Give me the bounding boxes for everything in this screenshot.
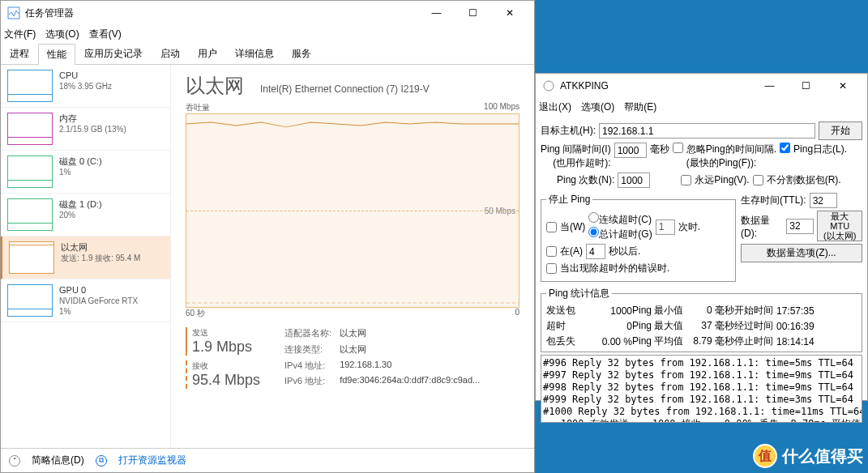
total-timeout-radio[interactable] bbox=[588, 227, 599, 237]
when-checkbox[interactable] bbox=[546, 222, 557, 232]
throughput-chart[interactable]: 50 Mbps bbox=[186, 113, 520, 308]
after-seconds-input[interactable] bbox=[586, 244, 605, 259]
send-label: 发送 bbox=[192, 327, 260, 339]
interval-label: Ping 间隔时间(I) (也用作超时): bbox=[541, 143, 611, 170]
count-label: Ping 次数(N): bbox=[557, 173, 614, 187]
sidebar-item-3[interactable]: 磁盘 1 (D:)20% bbox=[1, 194, 170, 236]
send-value: 1.9 Mbps bbox=[192, 339, 260, 356]
datasize-input[interactable] bbox=[786, 219, 814, 234]
tm-menubar: 文件(F) 选项(O) 查看(V) bbox=[1, 25, 534, 43]
minichart-icon bbox=[7, 156, 53, 188]
total-timeout-input[interactable] bbox=[656, 219, 675, 235]
tab-details[interactable]: 详细信息 bbox=[226, 43, 283, 64]
pw-titlebar[interactable]: ATKKPING — ☐ ✕ bbox=[536, 74, 867, 98]
cont-timeout-radio[interactable] bbox=[588, 212, 599, 223]
task-manager-window: 任务管理器 — ☐ ✕ 文件(F) 选项(O) 查看(V) 进程 性能 应用历史… bbox=[0, 0, 535, 473]
start-button[interactable]: 开始 bbox=[819, 121, 862, 140]
tm-footer: ˅ 简略信息(D) ⧉ 打开资源监视器 bbox=[1, 448, 534, 472]
close-button[interactable]: ✕ bbox=[491, 1, 528, 25]
atkkping-window: ATKKPING — ☐ ✕ 退出(X) 选项(O) 帮助(E) 目标主机(H)… bbox=[535, 73, 868, 401]
ping-log[interactable]: #996 Reply 32 bytes from 192.168.1.1: ti… bbox=[541, 355, 862, 423]
on-error-checkbox[interactable] bbox=[546, 263, 557, 274]
ttl-input[interactable] bbox=[810, 193, 837, 208]
watermark: 值 什么值得买 bbox=[753, 444, 863, 468]
performance-sidebar: CPU18% 3.95 GHz内存2.1/15.9 GB (13%)磁盘 0 (… bbox=[1, 65, 171, 448]
adapter-info: 适配器名称:以太网 连接类型:以太网 IPv4 地址:192.168.1.30 … bbox=[284, 327, 480, 389]
tm-app-icon bbox=[7, 6, 20, 19]
nofrag-checkbox[interactable] bbox=[753, 175, 763, 185]
performance-detail: 以太网 Intel(R) Ethernet Connection (7) I21… bbox=[171, 65, 534, 448]
maximize-button[interactable]: ☐ bbox=[455, 1, 491, 25]
stop-ping-group: 停止 Ping 当(W) 连续超时(C) 总计超时(G) 次时. 在(A) 秒 bbox=[541, 193, 736, 282]
ignore-interval-checkbox[interactable] bbox=[673, 143, 683, 153]
sidebar-item-0[interactable]: CPU18% 3.95 GHz bbox=[1, 65, 170, 108]
pw-maximize-button[interactable]: ☐ bbox=[788, 74, 824, 98]
minichart-icon bbox=[9, 241, 54, 274]
collapse-icon[interactable]: ˅ bbox=[9, 455, 20, 467]
minichart-icon bbox=[7, 113, 53, 145]
datasize-options-button[interactable]: 数据量选项(Z)... bbox=[741, 244, 862, 262]
ping-log-checkbox[interactable] bbox=[780, 143, 790, 153]
tm-titlebar[interactable]: 任务管理器 — ☐ ✕ bbox=[1, 1, 534, 25]
menu-option[interactable]: 选项(O) bbox=[581, 100, 614, 114]
pw-close-button[interactable]: ✕ bbox=[824, 74, 861, 98]
recv-label: 接收 bbox=[192, 360, 260, 372]
tm-tabs: 进程 性能 应用历史记录 启动 用户 详细信息 服务 bbox=[1, 43, 534, 65]
forever-checkbox[interactable] bbox=[681, 175, 691, 185]
menu-exit[interactable]: 退出(X) bbox=[539, 100, 571, 114]
count-input[interactable] bbox=[618, 173, 650, 188]
sidebar-item-2[interactable]: 磁盘 0 (C:)1% bbox=[1, 151, 170, 194]
pw-minimize-button[interactable]: — bbox=[751, 74, 788, 98]
minichart-icon bbox=[7, 198, 53, 231]
chart-throughput-label: 吞吐量 bbox=[186, 102, 210, 113]
open-resmon-link[interactable]: 打开资源监视器 bbox=[118, 454, 186, 467]
tab-performance[interactable]: 性能 bbox=[38, 44, 75, 65]
resmon-icon: ⧉ bbox=[96, 455, 107, 467]
chart-ymax-label: 100 Mbps bbox=[484, 102, 520, 113]
chart-xright-label: 0 bbox=[515, 308, 520, 319]
pw-title: ATKKPING bbox=[560, 80, 609, 92]
pw-app-icon bbox=[542, 79, 555, 92]
minimize-button[interactable]: — bbox=[418, 1, 455, 25]
watermark-badge-icon: 值 bbox=[753, 444, 777, 468]
sidebar-item-5[interactable]: GPU 0NVIDIA GeForce RTX 1% bbox=[1, 279, 170, 322]
menu-file[interactable]: 文件(F) bbox=[4, 28, 36, 41]
sidebar-item-4[interactable]: 以太网发送: 1.9 接收: 95.4 M bbox=[1, 236, 170, 279]
chart-svg bbox=[186, 114, 519, 307]
detail-subtitle: Intel(R) Ethernet Connection (7) I219-V bbox=[260, 83, 430, 95]
tab-services[interactable]: 服务 bbox=[283, 43, 320, 64]
tab-users[interactable]: 用户 bbox=[189, 43, 226, 64]
pw-menubar: 退出(X) 选项(O) 帮助(E) bbox=[536, 98, 867, 116]
menu-help[interactable]: 帮助(E) bbox=[624, 100, 656, 114]
svg-point-1 bbox=[544, 81, 554, 91]
detail-title: 以太网 bbox=[186, 73, 244, 99]
sidebar-item-1[interactable]: 内存2.1/15.9 GB (13%) bbox=[1, 108, 170, 151]
tab-startup[interactable]: 启动 bbox=[152, 43, 189, 64]
tm-title: 任务管理器 bbox=[25, 6, 74, 20]
host-label: 目标主机(H): bbox=[541, 124, 596, 138]
tab-apphistory[interactable]: 应用历史记录 bbox=[75, 43, 152, 64]
ping-stats-group: Ping 统计信息 发送包1000 Ping 最小值0 毫秒 开始时间17:57… bbox=[541, 287, 862, 352]
recv-value: 95.4 Mbps bbox=[192, 372, 260, 389]
menu-options[interactable]: 选项(O) bbox=[45, 28, 79, 41]
tab-processes[interactable]: 进程 bbox=[1, 43, 38, 64]
max-mtu-button[interactable]: 最大 MTU (以太网) bbox=[817, 211, 862, 241]
minichart-icon bbox=[7, 70, 53, 102]
chart-xleft-label: 60 秒 bbox=[186, 308, 205, 319]
after-checkbox[interactable] bbox=[546, 246, 557, 257]
host-input[interactable] bbox=[599, 123, 815, 138]
interval-input[interactable] bbox=[614, 143, 647, 158]
menu-view[interactable]: 查看(V) bbox=[89, 28, 122, 41]
minichart-icon bbox=[7, 284, 53, 317]
fewer-details-link[interactable]: 简略信息(D) bbox=[32, 454, 84, 467]
